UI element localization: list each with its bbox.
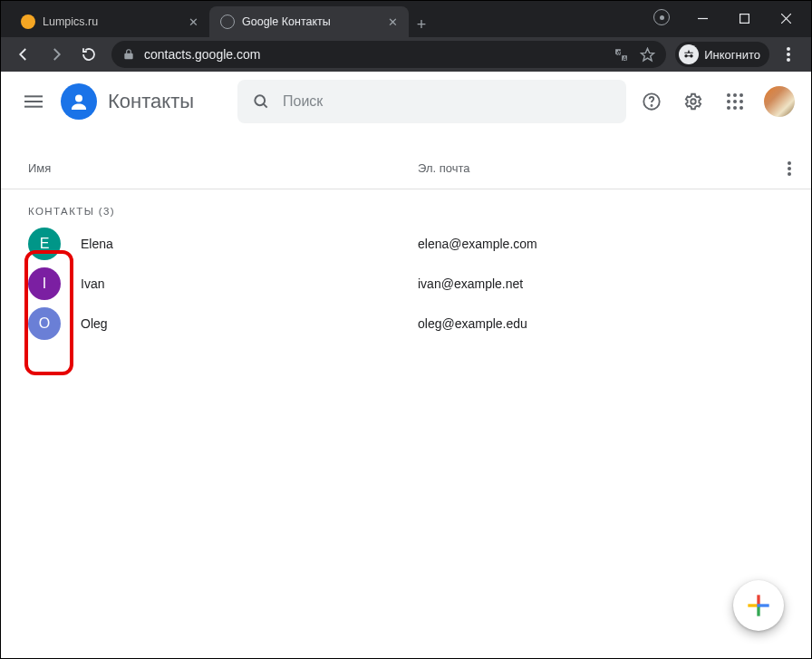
incognito-label: Инкогнито [704,48,760,62]
svg-rect-10 [24,106,43,108]
incognito-icon [679,44,699,64]
contact-email: elena@example.com [418,237,791,251]
contact-avatar: I [28,267,61,300]
svg-point-27 [788,167,791,170]
window-maximize-button[interactable] [724,5,764,32]
svg-line-13 [264,104,267,108]
svg-rect-9 [24,101,43,102]
browser-tab[interactable]: Lumpics.ru ✕ [10,6,209,37]
svg-rect-1 [740,14,749,23]
svg-point-12 [255,95,265,105]
svg-point-20 [727,100,730,103]
browser-tab-strip: Lumpics.ru ✕ Google Контакты ✕ + [1,1,811,37]
favicon-icon [21,15,35,29]
plus-icon [745,592,772,619]
tab-title: Lumpics.ru [43,15,98,28]
new-tab-button[interactable]: + [409,12,434,37]
svg-point-16 [691,99,696,104]
svg-point-21 [733,100,737,103]
svg-point-25 [740,106,743,110]
app-header: Контакты Поиск [1,72,811,131]
nav-forward-button[interactable] [43,41,70,68]
tab-title: Google Контакты [242,15,331,28]
browser-toolbar: contacts.google.com Инкогнито [1,37,811,72]
svg-point-17 [727,93,730,97]
svg-rect-30 [759,604,769,606]
svg-point-7 [787,58,790,62]
bookmark-icon[interactable] [640,47,655,63]
svg-point-28 [788,172,791,176]
svg-point-15 [651,105,652,106]
column-header-email: Эл. почта [418,161,788,175]
browser-menu-button[interactable] [775,47,802,62]
create-contact-button[interactable] [733,580,784,631]
window-close-button[interactable] [766,5,806,32]
svg-rect-29 [757,595,759,605]
search-icon [252,92,270,111]
help-button[interactable] [633,83,670,120]
contact-avatar: O [28,307,61,340]
search-placeholder: Поиск [283,93,323,110]
main-menu-button[interactable] [14,82,53,121]
svg-point-18 [733,93,737,97]
contact-row[interactable]: OOlegoleg@example.edu [1,304,811,344]
incognito-indicator-icon [653,9,670,25]
incognito-badge[interactable]: Инкогнито [675,42,769,67]
svg-rect-32 [748,604,758,606]
google-apps-button[interactable] [717,83,753,120]
section-label: КОНТАКТЫ (3) [1,189,811,224]
column-header-name: Имя [28,161,418,175]
contact-email: oleg@example.edu [418,316,791,331]
svg-rect-31 [757,606,759,616]
address-bar[interactable]: contacts.google.com [111,41,666,68]
svg-point-5 [787,47,790,51]
account-avatar[interactable] [764,86,795,117]
svg-point-26 [788,161,791,165]
svg-point-6 [787,53,790,56]
close-icon[interactable]: ✕ [188,16,198,28]
lock-icon [122,48,135,61]
svg-rect-8 [24,95,43,97]
svg-rect-33 [757,604,759,606]
browser-tab-active[interactable]: Google Контакты ✕ [209,6,409,37]
nav-reload-button[interactable] [75,41,102,68]
contacts-logo-icon [61,83,97,120]
svg-point-24 [733,106,737,110]
contact-name: Ivan [81,276,418,291]
svg-point-19 [740,93,743,97]
list-settings-button[interactable] [788,161,791,176]
app-title: Контакты [108,90,194,113]
url-text: contacts.google.com [144,47,260,62]
translate-icon[interactable] [614,47,629,63]
contact-row[interactable]: IIvanivan@example.net [1,264,811,304]
svg-point-11 [75,95,82,102]
search-input[interactable]: Поиск [237,80,626,123]
contact-avatar: E [28,228,61,260]
contacts-list: EElenaelena@example.comIIvanivan@example… [1,224,811,344]
contact-name: Elena [81,237,418,251]
column-header-row: Имя Эл. почта [1,148,811,189]
contact-name: Oleg [81,316,418,331]
svg-point-22 [740,100,743,103]
nav-back-button[interactable] [10,41,37,68]
svg-point-23 [727,106,730,110]
close-icon[interactable]: ✕ [388,16,398,28]
contact-row[interactable]: EElenaelena@example.com [1,224,811,264]
settings-button[interactable] [675,83,711,120]
window-minimize-button[interactable] [682,5,722,32]
contact-email: ivan@example.net [418,276,791,291]
globe-icon [220,15,235,29]
svg-marker-4 [642,48,654,60]
